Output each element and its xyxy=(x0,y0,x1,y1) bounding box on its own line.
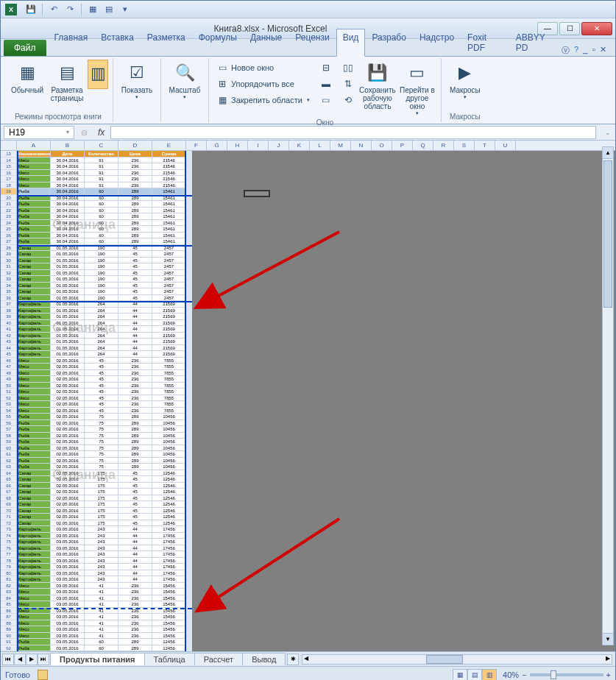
data-cell[interactable]: 02.05.2016 xyxy=(51,495,85,502)
data-cell[interactable]: 03.05.2016 xyxy=(51,564,85,570)
data-cell[interactable]: 44 xyxy=(118,326,152,333)
data-cell[interactable]: 236 xyxy=(118,364,152,370)
data-cell[interactable]: 45 xyxy=(118,495,152,502)
data-cell[interactable]: 75 xyxy=(85,464,118,470)
page-break-line[interactable] xyxy=(17,195,192,196)
row-header[interactable]: 21 xyxy=(1,201,17,208)
data-cell[interactable]: 15456 xyxy=(152,595,186,602)
data-cell[interactable]: 10456 xyxy=(152,420,186,427)
data-cell[interactable]: 45 xyxy=(85,364,118,370)
row-header[interactable]: 34 xyxy=(1,283,17,289)
column-header[interactable]: A xyxy=(17,141,51,150)
data-cell[interactable]: 236 xyxy=(118,170,152,177)
page-break-line[interactable] xyxy=(17,245,192,247)
data-cell[interactable]: 44 xyxy=(118,539,152,545)
data-cell[interactable]: 02.05.2016 xyxy=(51,426,85,433)
data-cell[interactable]: 12546 xyxy=(152,495,186,502)
table-row[interactable]: 39Картофель01.05.20162644421569 xyxy=(1,314,192,320)
data-cell[interactable]: 190 xyxy=(85,288,118,295)
data-cell[interactable]: 44 xyxy=(118,345,152,352)
row-header[interactable]: 16 xyxy=(1,170,17,177)
data-cell[interactable]: 03.05.2016 xyxy=(51,576,85,583)
ribbon-tab-разметка[interactable]: Разметка xyxy=(141,29,192,56)
table-row[interactable]: 38Картофель01.05.20162644421569 xyxy=(1,308,192,314)
page-layout-button[interactable]: ▤Разметка страницы xyxy=(48,60,86,104)
data-cell[interactable]: 236 xyxy=(118,157,152,164)
data-cell[interactable]: 30.04.2016 xyxy=(51,213,85,220)
data-cell[interactable]: 289 xyxy=(118,226,152,233)
data-cell[interactable]: 44 xyxy=(118,526,152,533)
row-header[interactable]: 28 xyxy=(1,245,17,252)
worksheet-grid[interactable]: 13НаименованиеДатаКоличествоЦенаСумма14М… xyxy=(1,151,615,651)
row-header[interactable]: 84 xyxy=(1,595,17,602)
data-cell[interactable]: 21569 xyxy=(152,345,186,352)
row-header[interactable]: 86 xyxy=(1,608,17,615)
table-row[interactable]: 43Картофель01.05.20162644421569 xyxy=(1,339,192,345)
row-header[interactable]: 18 xyxy=(1,183,17,189)
data-cell[interactable]: 45 xyxy=(118,483,152,489)
select-all-corner[interactable] xyxy=(1,141,17,150)
row-header[interactable]: 35 xyxy=(1,288,17,295)
data-cell[interactable]: 21569 xyxy=(152,333,186,339)
normal-view-icon[interactable]: ▦ xyxy=(453,669,467,681)
table-row[interactable]: 75Картофель03.05.20162434417456 xyxy=(1,539,192,545)
data-cell[interactable]: 10456 xyxy=(152,451,186,458)
table-row[interactable]: 49Мясо02.05.2016452367855 xyxy=(1,376,192,383)
data-cell[interactable]: 45 xyxy=(118,251,152,258)
row-header[interactable]: 58 xyxy=(1,433,17,439)
data-cell[interactable]: 236 xyxy=(118,626,152,633)
prev-sheet-icon[interactable]: ◀ xyxy=(14,654,26,665)
column-header[interactable]: R xyxy=(433,141,454,150)
data-cell[interactable]: 03.05.2016 xyxy=(51,551,85,558)
data-cell[interactable]: 236 xyxy=(118,383,152,389)
table-row[interactable]: 83Мясо03.05.20164123615456 xyxy=(1,589,192,595)
data-cell[interactable]: 02.05.2016 xyxy=(51,458,85,464)
data-cell[interactable]: 41 xyxy=(85,620,118,627)
data-cell[interactable]: 15461 xyxy=(152,233,186,239)
data-cell[interactable]: 03.05.2016 xyxy=(51,633,85,640)
data-cell[interactable]: Картофель xyxy=(17,526,51,533)
scroll-down-icon[interactable]: ▼ xyxy=(603,633,613,645)
data-cell[interactable]: 30.04.2016 xyxy=(51,233,85,239)
table-row[interactable]: 76Картофель03.05.20162434417456 xyxy=(1,545,192,552)
column-header[interactable]: L xyxy=(310,141,330,150)
table-row[interactable]: 66Сахар02.05.20161754512546 xyxy=(1,483,192,489)
data-cell[interactable]: 02.05.2016 xyxy=(51,451,85,458)
data-cell[interactable]: 60 xyxy=(85,233,118,239)
data-cell[interactable]: 175 xyxy=(85,501,118,508)
row-header[interactable]: 42 xyxy=(1,333,17,339)
page-break-view-icon[interactable]: ▥ xyxy=(482,669,497,681)
data-cell[interactable]: 190 xyxy=(85,283,118,289)
close-button[interactable]: ✕ xyxy=(581,22,612,35)
data-cell[interactable]: 02.05.2016 xyxy=(51,501,85,508)
data-cell[interactable]: 243 xyxy=(85,539,118,545)
row-header[interactable]: 70 xyxy=(1,508,17,514)
data-cell[interactable]: 44 xyxy=(118,545,152,552)
row-header[interactable]: 17 xyxy=(1,176,17,183)
row-header[interactable]: 87 xyxy=(1,614,17,620)
row-header[interactable]: 37 xyxy=(1,301,17,308)
data-cell[interactable]: 21569 xyxy=(152,314,186,320)
data-cell[interactable]: 2457 xyxy=(152,270,186,277)
table-row[interactable]: 78Картофель03.05.20162434417456 xyxy=(1,558,192,564)
data-cell[interactable]: 289 xyxy=(118,201,152,208)
row-header[interactable]: 52 xyxy=(1,395,17,402)
data-cell[interactable]: 03.05.2016 xyxy=(51,645,85,652)
row-header[interactable]: 78 xyxy=(1,558,17,564)
table-row[interactable]: 51Мясо02.05.2016452367855 xyxy=(1,389,192,395)
table-row[interactable]: 79Картофель03.05.20162434417456 xyxy=(1,564,192,570)
ribbon-tab-данные[interactable]: Данные xyxy=(244,29,288,56)
data-cell[interactable]: 02.05.2016 xyxy=(51,408,85,414)
table-row[interactable]: 65Сахар02.05.20161754512546 xyxy=(1,476,192,483)
scroll-up-icon[interactable]: ▲ xyxy=(603,147,613,159)
data-cell[interactable]: Мясо xyxy=(17,176,51,183)
data-cell[interactable]: 236 xyxy=(118,408,152,414)
data-cell[interactable]: 03.05.2016 xyxy=(51,589,85,595)
table-row[interactable]: 60Рыба02.05.20167528910456 xyxy=(1,445,192,452)
new-window-button[interactable]: ▭Новое окно xyxy=(213,60,313,76)
data-cell[interactable]: 190 xyxy=(85,258,118,264)
data-cell[interactable]: Сахар xyxy=(17,295,51,302)
data-cell[interactable]: 45 xyxy=(85,401,118,408)
data-cell[interactable]: 41 xyxy=(85,633,118,640)
data-cell[interactable]: 175 xyxy=(85,514,118,520)
